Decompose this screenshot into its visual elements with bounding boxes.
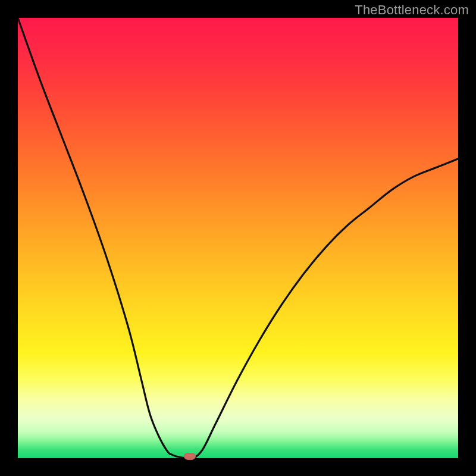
watermark-text: TheBottleneck.com bbox=[355, 2, 469, 18]
chart-frame: TheBottleneck.com bbox=[0, 0, 476, 476]
bottleneck-curve bbox=[18, 18, 458, 458]
curve-right-path bbox=[194, 159, 458, 458]
optimum-marker bbox=[184, 453, 196, 460]
plot-area bbox=[18, 18, 458, 458]
curve-left-path bbox=[18, 18, 185, 458]
